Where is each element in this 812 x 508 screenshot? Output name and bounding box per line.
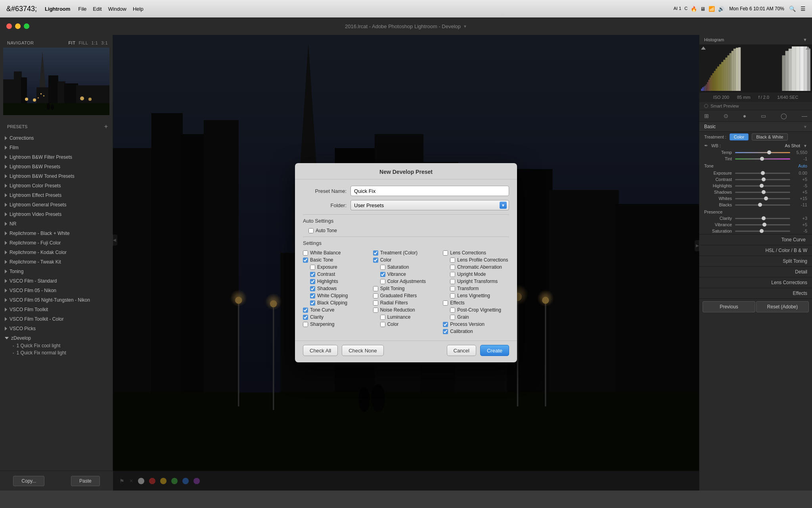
zoom-3-1[interactable]: 3:1 xyxy=(101,40,108,45)
shadows-slider-thumb[interactable] xyxy=(762,190,766,194)
vibrance-slider-thumb[interactable] xyxy=(762,223,766,227)
effects-header[interactable]: Effects xyxy=(699,288,812,298)
adjustment-brush-icon[interactable]: — xyxy=(802,113,807,119)
eyedropper-icon[interactable]: ✒ xyxy=(704,143,708,148)
split-toning-checkbox[interactable] xyxy=(373,286,378,291)
chromatic-aberration-checkbox[interactable] xyxy=(450,265,455,270)
temp-slider-thumb[interactable] xyxy=(767,150,771,154)
preset-group-film-header[interactable]: Film xyxy=(0,144,113,152)
cb-upright-mode[interactable]: Upright Mode xyxy=(443,271,509,277)
tint-slider-thumb[interactable] xyxy=(760,157,764,161)
black-clipping-checkbox[interactable] xyxy=(310,300,315,306)
cb-lens-corrections[interactable]: Lens Corrections xyxy=(443,250,509,256)
preset-group-repli-tweak-header[interactable]: Replichrome - Tweak Kit xyxy=(0,258,113,266)
cb-white-clipping[interactable]: White Clipping xyxy=(303,293,369,298)
reset-button[interactable]: Reset (Adobe) xyxy=(756,301,809,312)
tint-slider-track[interactable] xyxy=(735,158,790,160)
cb-highlights[interactable]: Highlights xyxy=(303,279,369,284)
cb-effects[interactable]: Effects xyxy=(443,300,509,306)
cb-noise-reduction[interactable]: Noise Reduction xyxy=(373,307,439,313)
cb-black-clipping[interactable]: Black Clipping xyxy=(303,300,369,306)
highlights-slider-track[interactable] xyxy=(735,185,790,187)
menu-file[interactable]: File xyxy=(78,6,86,12)
color-nr-checkbox[interactable] xyxy=(380,322,385,327)
cb-contrast[interactable]: Contrast xyxy=(303,271,369,277)
minimize-button[interactable] xyxy=(15,23,21,29)
preset-group-corrections-header[interactable]: Corrections xyxy=(0,134,113,142)
preset-group-toning-header[interactable]: Toning xyxy=(0,267,113,275)
graduated-filter-icon[interactable]: ▭ xyxy=(761,113,766,119)
preset-group-vsco-night-header[interactable]: VSCO Film 05 Night-Tungsten - Nikon xyxy=(0,296,113,304)
tone-auto-label[interactable]: Auto xyxy=(798,164,807,168)
zoom-fill[interactable]: FILL xyxy=(79,40,88,45)
split-toning-header[interactable]: Split Toning xyxy=(699,256,812,266)
previous-button[interactable]: Previous xyxy=(703,301,755,312)
cb-luminance[interactable]: Luminance xyxy=(373,314,439,320)
grain-checkbox[interactable] xyxy=(450,315,455,320)
preset-group-zdevelop-header[interactable]: zDevelop xyxy=(0,334,113,342)
auto-tone-checkbox-row[interactable]: Auto Tone xyxy=(308,228,509,233)
basic-menu-icon[interactable]: ▼ xyxy=(803,125,807,129)
cb-post-crop-vignetting[interactable]: Post-Crop Vignetting xyxy=(443,307,509,313)
red-eye-icon[interactable]: ● xyxy=(743,113,746,119)
cb-transform[interactable]: Transform xyxy=(443,286,509,291)
process-version-checkbox[interactable] xyxy=(443,322,448,327)
folder-select[interactable]: User Presets xyxy=(350,200,509,210)
luminance-checkbox[interactable] xyxy=(380,315,385,320)
exposure-slider-thumb[interactable] xyxy=(761,171,765,175)
radial-filters-checkbox[interactable] xyxy=(373,300,378,306)
post-crop-vignetting-checkbox[interactable] xyxy=(450,308,455,313)
graduated-filters-checkbox[interactable] xyxy=(373,293,378,298)
auto-tone-checkbox[interactable] xyxy=(308,228,314,233)
search-icon[interactable]: 🔍 xyxy=(789,6,796,12)
cb-radial-filters[interactable]: Radial Filters xyxy=(373,300,439,306)
preset-group-vsco-picks-header[interactable]: VSCO Picks xyxy=(0,325,113,333)
preset-group-lr-bw-header[interactable]: Lightroom B&W Presets xyxy=(0,163,113,171)
shadows-checkbox[interactable] xyxy=(310,286,315,291)
contrast-slider-thumb[interactable] xyxy=(762,177,766,181)
contrast-slider-track[interactable] xyxy=(735,179,790,180)
histogram-shadow-clip[interactable] xyxy=(701,46,706,50)
preset-group-repli-fuji-header[interactable]: Replichrome - Fuji Color xyxy=(0,239,113,247)
preset-group-lr-video-header[interactable]: Lightroom Video Presets xyxy=(0,210,113,218)
white-balance-checkbox[interactable] xyxy=(303,250,308,256)
cb-shadows[interactable]: Shadows xyxy=(303,286,369,291)
white-clipping-checkbox[interactable] xyxy=(310,293,315,298)
preset-group-repli-bw-header[interactable]: Replichrome - Black + White xyxy=(0,229,113,237)
cb-basic-tone[interactable]: Basic Tone xyxy=(303,257,369,263)
tone-curve-checkbox[interactable] xyxy=(303,308,308,313)
exposure-checkbox[interactable] xyxy=(310,265,315,270)
upright-transforms-checkbox[interactable] xyxy=(450,279,455,284)
list-icon[interactable]: ☰ xyxy=(801,6,806,12)
cb-calibration[interactable]: Calibration xyxy=(443,329,509,334)
lens-vignetting-checkbox[interactable] xyxy=(450,293,455,298)
zoom-1-1[interactable]: 1:1 xyxy=(91,40,98,45)
blacks-slider-thumb[interactable] xyxy=(758,203,762,207)
preset-group-nr-header[interactable]: NR xyxy=(0,220,113,228)
preset-group-lr-effect-header[interactable]: Lightroom Effect Presets xyxy=(0,191,113,199)
histogram-menu-icon[interactable]: ▼ xyxy=(803,37,807,42)
maximize-button[interactable] xyxy=(24,23,29,29)
cb-graduated-filters[interactable]: Graduated Filters xyxy=(373,293,439,298)
lens-corrections-checkbox[interactable] xyxy=(443,250,448,256)
close-button[interactable] xyxy=(6,23,12,29)
cb-color-adjustments[interactable]: Color Adjustments xyxy=(373,279,439,284)
temp-slider-track[interactable] xyxy=(735,152,790,153)
cb-color[interactable]: Color xyxy=(373,257,439,263)
list-item[interactable]: ▪ 1 Quick Fix normal light xyxy=(0,349,113,356)
paste-button[interactable]: Paste xyxy=(71,476,100,486)
clarity-slider-thumb[interactable] xyxy=(762,216,766,220)
vibrance-checkbox[interactable] xyxy=(380,272,385,277)
check-none-button[interactable]: Check None xyxy=(342,345,384,356)
cb-grain[interactable]: Grain xyxy=(443,314,509,320)
cb-chromatic-aberration[interactable]: Chromatic Aberration xyxy=(443,264,509,270)
bw-treatment-button[interactable]: Black & White xyxy=(752,133,787,140)
clarity-slider-track[interactable] xyxy=(735,218,790,219)
menu-edit[interactable]: Edit xyxy=(93,6,102,12)
cb-vibrance[interactable]: Vibrance xyxy=(373,271,439,277)
highlights-checkbox[interactable] xyxy=(310,279,315,284)
blacks-slider-track[interactable] xyxy=(735,204,790,206)
menu-window[interactable]: Window xyxy=(108,6,126,12)
whites-slider-thumb[interactable] xyxy=(764,196,768,200)
menu-help[interactable]: Help xyxy=(133,6,144,12)
